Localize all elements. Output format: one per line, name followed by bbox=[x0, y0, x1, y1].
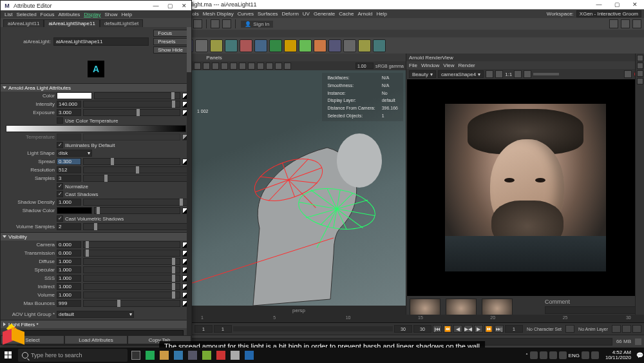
status-btn-7[interactable] bbox=[222, 19, 231, 28]
menu-cache[interactable]: Cache bbox=[339, 11, 354, 17]
menu-arnold[interactable]: Arnold bbox=[357, 11, 372, 17]
char-set-btn[interactable] bbox=[565, 325, 574, 333]
ae-scrollbar[interactable] bbox=[187, 27, 191, 335]
vis-indirect-slider[interactable] bbox=[83, 283, 180, 290]
cb-btn-4[interactable] bbox=[637, 78, 643, 84]
vp-btn-5[interactable] bbox=[230, 63, 237, 70]
vis-camera-input[interactable]: 0.000 bbox=[57, 241, 81, 248]
shelf-icon-25[interactable] bbox=[358, 39, 371, 52]
rv-camera-select[interactable]: cameraShape4 ▾ bbox=[438, 70, 484, 78]
char-set-select[interactable]: No Character Set bbox=[527, 327, 562, 331]
vp-menu-panels[interactable]: Panels bbox=[206, 55, 222, 61]
renderview-canvas[interactable] bbox=[407, 79, 643, 296]
rv-exposure-slider[interactable] bbox=[533, 73, 559, 75]
vp-gamma-field[interactable]: 1.00 bbox=[355, 63, 374, 69]
menu-deform[interactable]: Deform bbox=[282, 11, 299, 17]
vp-btn-1[interactable] bbox=[194, 63, 201, 70]
vp-btn-6[interactable] bbox=[239, 63, 246, 70]
ae-tab-transform[interactable]: aiAreaLight11 bbox=[3, 19, 44, 27]
ae-menu-selected[interactable]: Selected bbox=[16, 12, 36, 17]
vis-diffuse-input[interactable]: 1.000 bbox=[57, 258, 81, 265]
vp-btn-4[interactable] bbox=[221, 63, 228, 70]
status-btn-5[interactable] bbox=[193, 19, 202, 28]
taskbar-app-4[interactable] bbox=[185, 348, 200, 363]
ae-close-button[interactable]: ✕ bbox=[177, 1, 191, 10]
taskbar-search[interactable]: Type here to search bbox=[18, 349, 128, 362]
vis-volume-slider[interactable] bbox=[83, 291, 180, 299]
time-end-inner[interactable]: 30 bbox=[394, 325, 412, 333]
tray-network-icon[interactable] bbox=[582, 351, 589, 359]
menu-curves[interactable]: Curves bbox=[238, 11, 254, 17]
play-prev-button[interactable]: ◀ bbox=[453, 325, 462, 333]
volume-samples-slider[interactable] bbox=[83, 223, 189, 230]
taskbar-app-3[interactable] bbox=[171, 348, 185, 363]
cb-btn-2[interactable] bbox=[637, 63, 643, 69]
menu-uv[interactable]: UV bbox=[303, 11, 310, 17]
tray-icon-2[interactable] bbox=[540, 351, 547, 359]
vp-btn-3[interactable] bbox=[212, 63, 219, 70]
shadow-density-input[interactable]: 1.000 bbox=[57, 199, 81, 206]
timeline-ruler[interactable]: 1 5 10 15 20 25 30 bbox=[192, 315, 644, 323]
taskbar-app-1[interactable] bbox=[143, 348, 157, 363]
ae-tab-shape[interactable]: aiAreaLightShape11 bbox=[44, 19, 100, 27]
play-start-button[interactable]: |⏮ bbox=[433, 325, 442, 333]
shelf-icon-22[interactable] bbox=[314, 39, 327, 52]
exposure-slider[interactable] bbox=[83, 109, 180, 116]
ae-name-input[interactable]: aiAreaLightShape11 bbox=[53, 37, 149, 46]
illum-default-checkbox[interactable] bbox=[57, 142, 63, 148]
vis-volume-input[interactable]: 1.000 bbox=[57, 291, 81, 299]
taskbar-app-5[interactable] bbox=[200, 348, 214, 363]
play-back-button[interactable]: ▶◀ bbox=[464, 325, 473, 333]
shelf-icon-17[interactable] bbox=[240, 39, 252, 52]
shadow-color-slider[interactable] bbox=[94, 207, 180, 214]
ae-menu-show[interactable]: Show bbox=[104, 12, 117, 17]
rv-aov-select[interactable]: Beauty ▾ bbox=[409, 70, 436, 78]
light-filters-well[interactable] bbox=[8, 330, 184, 335]
ae-focus-button[interactable]: Focus bbox=[153, 30, 187, 37]
shelf-icon-14[interactable] bbox=[195, 39, 208, 52]
volume-samples-input[interactable]: 2 bbox=[57, 223, 81, 230]
tray-volume-icon[interactable] bbox=[591, 351, 599, 359]
vis-diffuse-slider[interactable] bbox=[83, 258, 180, 265]
rv-menu-file[interactable]: File bbox=[409, 63, 417, 68]
time-end-outer[interactable]: 30 bbox=[413, 325, 431, 333]
menu-generate[interactable]: Generate bbox=[314, 11, 335, 17]
status-btn-6[interactable] bbox=[211, 19, 220, 28]
vp-gamma-label[interactable]: sRGB gamma bbox=[375, 64, 404, 68]
tray-lang[interactable]: ENG bbox=[569, 353, 580, 358]
rv-play-button[interactable] bbox=[624, 70, 632, 78]
resolution-slider[interactable] bbox=[83, 166, 189, 173]
anim-layer-select[interactable]: No Anim Layer bbox=[578, 327, 608, 331]
samples-input[interactable]: 3 bbox=[57, 175, 81, 182]
vis-transmission-input[interactable]: 0.000 bbox=[57, 250, 81, 257]
vis-maxbounces-slider[interactable] bbox=[83, 300, 180, 307]
color-swatch[interactable] bbox=[57, 92, 92, 99]
task-view-button[interactable] bbox=[129, 348, 143, 363]
current-frame[interactable]: 1 bbox=[505, 325, 523, 333]
shadow-density-slider[interactable] bbox=[83, 199, 189, 206]
ae-section-main-header[interactable]: Arnold Area Light Attributes bbox=[1, 84, 191, 92]
ae-section-lightfilters-header[interactable]: Light Filters * bbox=[1, 320, 191, 328]
intensity-slider[interactable] bbox=[83, 101, 180, 108]
rv-menu-render[interactable]: Render bbox=[459, 63, 475, 68]
tray-icon-3[interactable] bbox=[549, 351, 557, 359]
cast-volumetric-checkbox[interactable] bbox=[57, 215, 63, 222]
taskbar-clock[interactable]: 4:52 AM 10/11/2020 bbox=[605, 350, 631, 360]
menu-help[interactable]: Help bbox=[377, 11, 387, 17]
shelf-icon-21[interactable] bbox=[299, 39, 312, 52]
ae-menu-display[interactable]: Display bbox=[84, 12, 100, 17]
minimize-button[interactable]: — bbox=[590, 0, 608, 10]
shelf-icon-15[interactable] bbox=[210, 39, 223, 52]
signin-button[interactable]: 👤Sign In bbox=[241, 21, 273, 28]
cb-btn-1[interactable] bbox=[637, 55, 643, 61]
ae-menu-focus[interactable]: Focus bbox=[41, 12, 55, 17]
tray-icon-4[interactable] bbox=[559, 351, 567, 359]
ae-presets-button[interactable]: Presets bbox=[153, 38, 187, 45]
ae-section-visibility-header[interactable]: Visibility bbox=[1, 233, 191, 240]
ae-menu-help[interactable]: Help bbox=[121, 12, 131, 17]
use-color-temp-checkbox[interactable] bbox=[57, 117, 63, 124]
ae-tab-lightset[interactable]: defaultLightSet bbox=[100, 19, 143, 27]
light-shape-select[interactable]: disk▾ bbox=[57, 150, 92, 157]
shelf-icon-24[interactable] bbox=[343, 39, 356, 52]
ae-titlebar[interactable]: M Attribute Editor — ▢ ✕ bbox=[1, 1, 191, 10]
